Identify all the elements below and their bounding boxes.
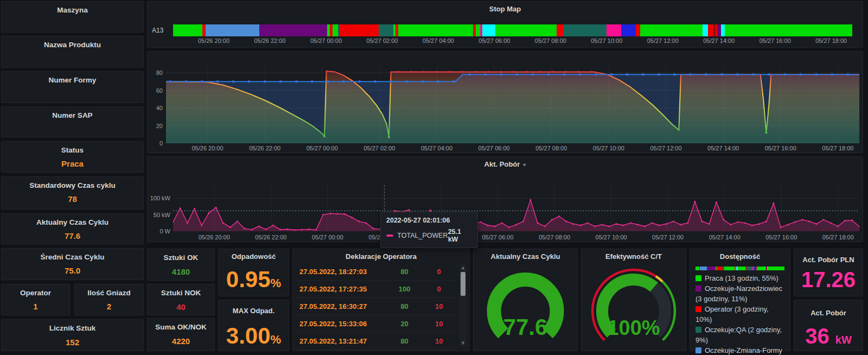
timeline-segment[interactable]	[495, 24, 557, 36]
table-row: 27.05.2022, 16:30:278010	[296, 298, 456, 315]
x-tick-label: 05/27 06:00	[478, 37, 510, 44]
declaration-ok: 100	[387, 285, 422, 293]
max-scrap-title[interactable]: MAX Odpad.	[219, 307, 289, 315]
left-stat-panel: Ilość Gniazd2	[74, 284, 144, 315]
legend-item[interactable]: Oczekuje:QA (2 godziny, 9%)	[695, 325, 787, 345]
stat-value: 2	[75, 302, 143, 311]
timeline-segment[interactable]	[557, 24, 564, 36]
operator-declarations-title[interactable]: Deklaracje Operatora	[293, 252, 469, 261]
stat-label: Sztuki OK	[148, 253, 214, 262]
legend-item[interactable]: Praca (13 godzin, 55%)	[695, 273, 787, 283]
x-tick-label: 05/27 08:00	[535, 37, 566, 44]
legend-label: Oczekuje:QA (2 godziny, 9%)	[695, 326, 782, 344]
timeline-segment[interactable]	[564, 24, 607, 36]
declaration-time: 27.05.2022, 18:27:03	[296, 268, 387, 276]
declaration-ok: 80	[387, 337, 422, 345]
stat-label: Maszyna	[2, 6, 143, 14]
timeline-segment[interactable]	[476, 24, 481, 36]
timeline-segment[interactable]	[379, 24, 394, 36]
legend-item[interactable]: Oczekuje-Zmiana-Formy (2 godziny, 8%)	[695, 345, 787, 355]
availability-panel: Dostępność Praca (13 godzin, 55%)Oczekuj…	[690, 249, 790, 351]
x-tick-label: 05/27 02:00	[363, 145, 395, 151]
timeline-segment[interactable]	[636, 24, 640, 36]
stat-value: 4180	[148, 267, 214, 276]
stat-label: Suma OK/NOK	[148, 323, 214, 331]
legend-item[interactable]: Operator (3 godziny, 10%)	[695, 304, 787, 325]
cycle-gauge-title[interactable]: Aktualny Czas Cyklu	[474, 252, 577, 261]
scrap-rate-title[interactable]: Odpadowość	[219, 252, 289, 261]
declaration-time: 27.05.2022, 15:33:06	[296, 320, 387, 328]
timeline-segment[interactable]	[482, 24, 495, 36]
timeline-segment[interactable]	[173, 24, 202, 36]
y-tick-label: 80	[151, 69, 163, 76]
cycle-gauge-panel: Aktualny Czas Cyklu 77.6	[473, 249, 578, 351]
stop-map-timeline-bar[interactable]	[173, 24, 852, 36]
table-scrollbar[interactable]: ▲ ▼	[459, 264, 467, 346]
x-tick-label: 05/27 18:00	[822, 145, 853, 151]
legend-color-swatch	[695, 306, 701, 312]
left-stat-panel: Numer Formy	[1, 71, 144, 103]
legend-color-swatch	[695, 275, 701, 281]
max-scrap-value: 3.00%	[219, 323, 289, 349]
stat-value: 77.6	[2, 231, 143, 240]
power-now-title[interactable]: Act. Pobór	[794, 309, 863, 317]
grafana-dashboard: { "colors": { "orange": "#FF9830", "gree…	[0, 0, 868, 355]
scrollbar-up-icon[interactable]: ▲	[459, 264, 467, 271]
legend-color-swatch	[695, 327, 701, 333]
timeline-segment[interactable]	[721, 24, 725, 36]
stop-map-row-label: A13	[152, 27, 163, 34]
tooltip-timestamp: 2022-05-27 02:01:06	[386, 217, 472, 224]
scrollbar-down-icon[interactable]: ▼	[459, 340, 467, 346]
x-tick-label: 05/27 14:00	[709, 234, 741, 240]
series-color-swatch	[386, 234, 393, 237]
stat-value: 4220	[148, 337, 214, 346]
efficiency-gauge-title[interactable]: Efektywność C/T	[582, 252, 686, 261]
scrollbar-thumb[interactable]	[461, 272, 465, 296]
timeline-segment[interactable]	[259, 24, 327, 36]
cycle-time-chart[interactable]	[166, 66, 859, 143]
x-tick-label: 05/27 10:00	[591, 37, 622, 44]
availability-title[interactable]: Dostępność	[690, 252, 790, 261]
x-tick-label: 05/27 08:00	[535, 145, 567, 151]
power-chart-title[interactable]: Akt. Pobór▾	[148, 160, 863, 168]
power-cost-title[interactable]: Act. Pobór PLN	[794, 256, 863, 264]
timeline-segment[interactable]	[206, 24, 259, 36]
availability-strip[interactable]	[695, 267, 784, 270]
stat-label: Sztuki NOK	[148, 289, 214, 297]
power-now-stat-panel: Act. Pobór 36 kW	[794, 300, 863, 351]
timeline-segment[interactable]	[398, 24, 473, 36]
table-row: 27.05.2022, 13:21:478010	[296, 333, 456, 350]
timeline-segment[interactable]	[333, 24, 338, 36]
stat-label: Operator	[2, 289, 69, 297]
panel-menu-chevron-icon[interactable]: ▾	[523, 162, 526, 168]
declaration-time: 27.05.2022, 17:27:35	[296, 285, 387, 293]
stat-value: 152	[2, 338, 143, 347]
availability-strip-segment	[725, 267, 735, 270]
efficiency-gauge: 100%	[582, 263, 686, 350]
timeline-segment[interactable]	[703, 24, 708, 36]
power-chart[interactable]	[173, 185, 859, 231]
legend-item[interactable]: Oczekuje-Narzedziowiec (3 godziny, 11%)	[695, 283, 787, 304]
declaration-ok: 80	[387, 268, 422, 276]
stop-map-title[interactable]: Stop Map	[148, 5, 863, 13]
x-tick-label: 05/27 16:00	[765, 234, 797, 240]
availability-strip-segment	[738, 267, 746, 270]
timeline-segment[interactable]	[621, 24, 636, 36]
declaration-nok: 10	[422, 302, 456, 310]
timeline-segment[interactable]	[708, 24, 713, 36]
x-tick-label: 05/27 04:00	[423, 37, 454, 44]
x-tick-label: 05/27 16:00	[760, 37, 791, 44]
stat-label: Ilość Gniazd	[75, 289, 143, 297]
y-tick-label: 100 kW	[148, 195, 170, 201]
legend-label: Oczekuje-Narzedziowiec (3 godziny, 11%)	[695, 284, 782, 303]
timeline-segment[interactable]	[725, 24, 852, 36]
availability-strip-segment	[707, 267, 716, 270]
timeline-segment[interactable]	[640, 24, 703, 36]
timeline-segment[interactable]	[339, 24, 379, 36]
gauge-value: 100%	[607, 316, 660, 339]
tooltip-series-name: TOTAL_POWER	[397, 232, 448, 239]
stat-label: Aktualny Czas Cyklu	[2, 218, 143, 226]
stat-value: 1	[2, 302, 69, 311]
timeline-segment[interactable]	[607, 24, 621, 36]
stat-value: 75.0	[2, 266, 143, 275]
